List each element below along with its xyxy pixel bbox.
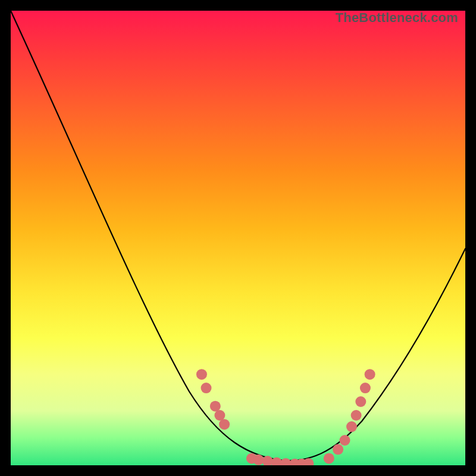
- marker-dot: [253, 455, 264, 465]
- marker-dot: [355, 396, 366, 407]
- marker-dot: [210, 401, 221, 412]
- marker-dot: [219, 419, 230, 430]
- marker-dot: [214, 410, 225, 421]
- marker-dot: [351, 410, 362, 421]
- curve-layer: [11, 11, 465, 461]
- marker-dot: [365, 369, 375, 380]
- marker-dot: [262, 456, 273, 465]
- marker-layer: [196, 369, 375, 465]
- marker-dot: [340, 435, 350, 446]
- chart-svg: [11, 11, 465, 465]
- watermark-text: TheBottleneck.com: [336, 10, 458, 26]
- marker-dot: [333, 444, 343, 455]
- marker-dot: [324, 453, 334, 464]
- bottleneck-curve: [11, 11, 465, 461]
- marker-dot: [196, 369, 207, 380]
- chart-frame: TheBottleneck.com: [11, 11, 465, 465]
- marker-dot: [280, 458, 291, 465]
- marker-dot: [346, 421, 357, 432]
- marker-dot: [201, 383, 212, 393]
- marker-dot: [360, 383, 371, 393]
